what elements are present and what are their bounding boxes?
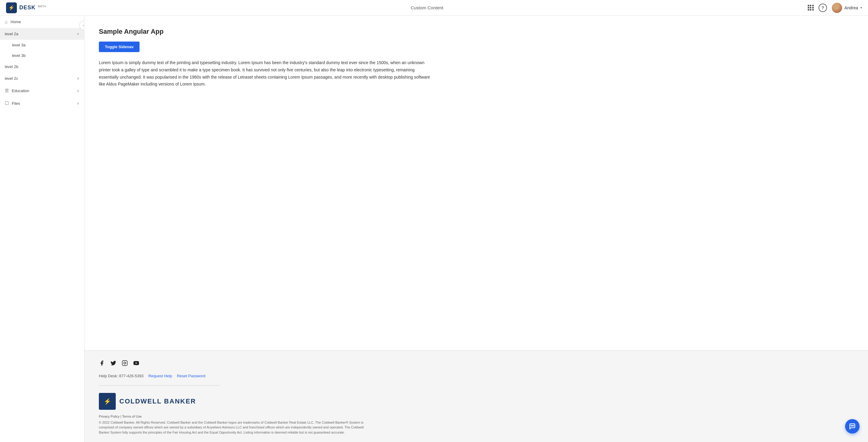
toggle-sidenav-button[interactable]: Toggle Sidenav	[99, 41, 140, 52]
sidebar-level2a-label: level 2a	[5, 32, 19, 36]
sidebar-item-level2a[interactable]: level 2a ∧	[0, 28, 84, 40]
privacy-policy-link[interactable]: Privacy Policy	[99, 415, 119, 418]
footer-privacy: Privacy Policy | Terms of Use	[99, 415, 854, 418]
logo-icon[interactable]: ⚡	[6, 2, 17, 13]
sidebar-education-label: Education	[12, 89, 29, 93]
footer-brand: ⚡ COLDWELL BANKER	[99, 393, 854, 410]
user-menu[interactable]: Andrea ▾	[832, 3, 862, 13]
level2a-chevron-icon: ∧	[77, 32, 79, 36]
sidebar: ← ⌂ Home level 2a ∧ level 3a level 3b le…	[0, 16, 84, 442]
sidebar-item-level3b[interactable]: level 3b	[0, 50, 84, 61]
avatar	[832, 3, 842, 13]
content-body: Sample Angular App Toggle Sidenav Lorem …	[84, 16, 868, 350]
svg-point-4	[851, 426, 851, 426]
footer: Help Desk: 877-426-5393 Request Help Res…	[84, 350, 868, 442]
content-area: Sample Angular App Toggle Sidenav Lorem …	[84, 16, 868, 442]
user-chevron-icon: ▾	[861, 6, 862, 9]
sidebar-item-level3a[interactable]: level 3a	[0, 40, 84, 50]
sidebar-item-home[interactable]: ⌂ Home	[0, 16, 84, 28]
sidebar-level3a-label: level 3a	[12, 43, 26, 47]
page-title: Sample Angular App	[99, 28, 854, 36]
header: ⚡ DESK BETA Custom Content ? Andrea ▾	[0, 0, 868, 16]
request-help-link[interactable]: Request Help	[148, 374, 172, 378]
logo-text: DESK	[19, 4, 36, 11]
sidebar-home-label: Home	[10, 20, 21, 24]
instagram-icon[interactable]	[122, 360, 128, 368]
twitter-icon[interactable]	[110, 360, 116, 368]
svg-point-5	[853, 426, 854, 426]
education-chevron-icon: ∨	[77, 89, 79, 93]
reset-password-link[interactable]: Reset Password	[177, 374, 206, 378]
education-icon: ☰	[5, 88, 9, 93]
terms-of-use-link[interactable]: Terms of Use	[122, 415, 142, 418]
files-icon: ☐	[5, 101, 9, 106]
svg-rect-0	[122, 361, 127, 366]
sidebar-item-level2c[interactable]: level 2c ∨	[0, 73, 84, 84]
apps-grid-button[interactable]	[808, 5, 814, 11]
footer-help: Help Desk: 877-426-5393 Request Help Res…	[99, 374, 854, 378]
sidebar-level2b-label: level 2b	[5, 64, 19, 69]
user-name: Andrea	[844, 5, 858, 10]
files-chevron-icon: ∨	[77, 101, 79, 105]
main-layout: ← ⌂ Home level 2a ∧ level 3a level 3b le…	[0, 16, 868, 442]
chat-support-button[interactable]	[845, 419, 860, 434]
sidebar-level2c-label: level 2c	[5, 76, 18, 81]
sidebar-level3b-label: level 3b	[12, 53, 26, 58]
home-icon: ⌂	[5, 19, 7, 24]
sidebar-item-education[interactable]: ☰ Education ∨	[0, 84, 84, 97]
header-right: ? Andrea ▾	[808, 3, 862, 13]
header-title: Custom Content	[411, 5, 443, 10]
footer-divider	[99, 385, 219, 386]
footer-copyright: © 2022 Coldwell Banker. All Rights Reser…	[99, 420, 370, 435]
help-button[interactable]: ?	[818, 4, 827, 12]
social-icons	[99, 360, 854, 368]
lorem-paragraph: Lorem Ipsum is simply dummy text of the …	[99, 59, 430, 88]
facebook-icon[interactable]	[99, 360, 105, 368]
level2c-chevron-icon: ∨	[77, 76, 79, 80]
sidebar-item-files[interactable]: ☐ Files ∨	[0, 97, 84, 110]
sidebar-item-level2b[interactable]: level 2b	[0, 61, 84, 73]
help-desk-text: Help Desk: 877-426-5393	[99, 374, 144, 378]
beta-badge: BETA	[38, 5, 46, 8]
brand-name: COLDWELL BANKER	[119, 398, 196, 405]
brand-logo-icon: ⚡	[99, 393, 116, 410]
sidebar-files-label: Files	[12, 101, 20, 106]
svg-point-3	[852, 426, 852, 426]
header-left: ⚡ DESK BETA	[6, 2, 46, 13]
youtube-icon[interactable]	[133, 360, 139, 368]
